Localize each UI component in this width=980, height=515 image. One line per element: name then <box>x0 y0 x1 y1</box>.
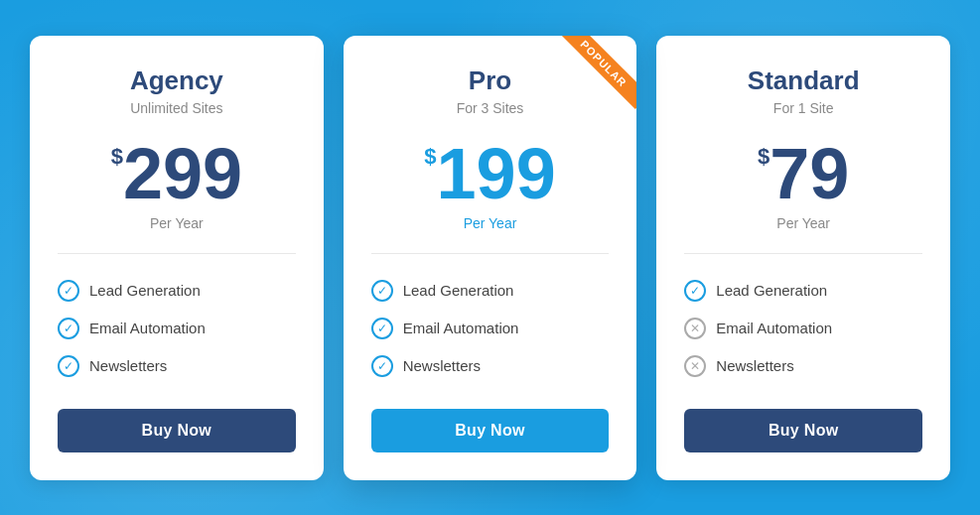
feature-item: ✓ Lead Generation <box>371 272 610 310</box>
check-icon: ✓ <box>58 355 79 377</box>
price-amount: 199 <box>437 138 556 209</box>
popular-label: POPULAR <box>558 36 636 109</box>
price-dollar: $ <box>758 146 770 168</box>
plan-subtitle: For 1 Site <box>773 100 834 116</box>
plan-name: Standard <box>748 65 860 96</box>
feature-label: Lead Generation <box>89 282 201 299</box>
price-block: $ 299 <box>111 138 242 209</box>
price-amount: 299 <box>123 138 242 209</box>
feature-item: ✓ Newsletters <box>371 347 610 385</box>
feature-item: ✕ Email Automation <box>684 310 922 347</box>
buy-now-button[interactable]: Buy Now <box>58 409 296 452</box>
feature-item: ✓ Lead Generation <box>684 272 922 310</box>
features-list: ✓ Lead Generation ✓ Email Automation ✓ N… <box>371 272 610 385</box>
features-list: ✓ Lead Generation ✕ Email Automation ✕ N… <box>684 272 922 385</box>
check-icon: ✓ <box>371 318 393 339</box>
price-block: $ 199 <box>424 138 555 209</box>
price-dollar: $ <box>424 146 436 168</box>
feature-label: Lead Generation <box>403 282 514 299</box>
price-block: $ 79 <box>758 138 849 209</box>
divider <box>684 253 922 254</box>
feature-label: Lead Generation <box>716 282 827 299</box>
pricing-container: Agency Unlimited Sites $ 299 Per Year ✓ … <box>20 36 960 480</box>
feature-label: Email Automation <box>716 320 832 336</box>
feature-item: ✓ Email Automation <box>371 310 610 347</box>
price-period: Per Year <box>464 215 517 231</box>
cross-icon: ✕ <box>684 318 706 339</box>
check-icon: ✓ <box>58 318 79 339</box>
price-period: Per Year <box>150 215 204 231</box>
feature-item: ✓ Email Automation <box>58 310 296 347</box>
feature-label: Newsletters <box>403 357 481 374</box>
price-dollar: $ <box>111 146 123 168</box>
plan-subtitle: Unlimited Sites <box>130 100 222 116</box>
features-list: ✓ Lead Generation ✓ Email Automation ✓ N… <box>58 272 296 385</box>
feature-label: Email Automation <box>403 320 519 336</box>
plan-name: Agency <box>130 65 223 96</box>
feature-item: ✓ Newsletters <box>58 347 296 385</box>
feature-item: ✓ Lead Generation <box>58 272 296 310</box>
feature-item: ✕ Newsletters <box>684 347 922 385</box>
buy-now-button[interactable]: Buy Now <box>684 409 922 452</box>
popular-ribbon: POPULAR <box>547 36 636 125</box>
check-icon: ✓ <box>371 280 393 302</box>
price-period: Per Year <box>776 215 830 231</box>
check-icon: ✓ <box>371 355 393 377</box>
plan-name: Pro <box>469 65 511 96</box>
feature-label: Newsletters <box>89 357 167 374</box>
pricing-card-agency: Agency Unlimited Sites $ 299 Per Year ✓ … <box>30 36 324 480</box>
check-icon: ✓ <box>58 280 79 302</box>
feature-label: Newsletters <box>716 357 793 374</box>
pricing-card-standard: Standard For 1 Site $ 79 Per Year ✓ Lead… <box>656 36 950 480</box>
cross-icon: ✕ <box>684 355 706 377</box>
buy-now-button[interactable]: Buy Now <box>371 409 610 452</box>
pricing-card-pro: POPULAR Pro For 3 Sites $ 199 Per Year ✓… <box>344 36 637 480</box>
divider <box>58 253 296 254</box>
divider <box>371 253 610 254</box>
plan-subtitle: For 3 Sites <box>457 100 524 116</box>
price-amount: 79 <box>770 138 849 209</box>
check-icon: ✓ <box>684 280 706 302</box>
feature-label: Email Automation <box>89 320 206 336</box>
